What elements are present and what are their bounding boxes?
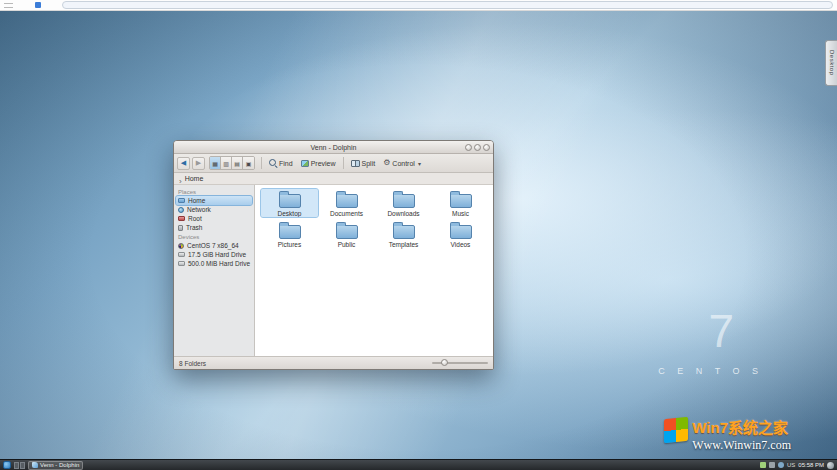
maximize-button[interactable] — [474, 144, 481, 151]
search-icon — [269, 159, 277, 167]
kickoff-launcher-button[interactable] — [3, 461, 11, 469]
clipboard-icon[interactable] — [769, 462, 775, 468]
sidebar-item-label: Trash — [186, 224, 202, 231]
toolbar-separator — [343, 157, 344, 169]
screen: Desktop 7 C E N T O S Venn - Dolphin — [0, 0, 837, 470]
breadcrumb: Home — [174, 173, 493, 185]
folder-name: Downloads — [387, 210, 419, 217]
forward-button[interactable] — [192, 157, 205, 170]
clock[interactable]: 05:58 PM — [798, 462, 824, 468]
places-header: Places — [178, 189, 252, 195]
sidebar-item-root[interactable]: Root — [176, 214, 252, 223]
toolbar-separator — [261, 157, 262, 169]
folder-name: Videos — [451, 241, 471, 248]
sidebar-item-hard-drive-1[interactable]: 17.5 GiB Hard Drive — [176, 250, 252, 259]
close-button[interactable] — [483, 144, 490, 151]
trash-icon — [178, 225, 183, 231]
centos-disc-icon — [178, 243, 184, 249]
network-icon[interactable] — [778, 462, 784, 468]
control-menu-button[interactable]: Control — [380, 156, 424, 170]
view-compact-button[interactable] — [221, 157, 232, 169]
back-button[interactable] — [177, 157, 190, 170]
folder-name: Documents — [330, 210, 363, 217]
task-button-dolphin[interactable]: Venn - Dolphin — [28, 461, 83, 470]
find-button[interactable]: Find — [266, 156, 296, 170]
folder-name: Music — [452, 210, 469, 217]
watermark-url: Www.Winwin7.com — [692, 438, 791, 452]
places-panel: Places Home Network Root — [174, 185, 255, 356]
taskbar: Venn - Dolphin US 05:58 PM — [0, 459, 837, 470]
statusbar: 8 Folders — [174, 356, 493, 369]
sidebar-item-trash[interactable]: Trash — [176, 223, 252, 232]
view-icons-button[interactable] — [210, 157, 221, 169]
device-notifier-icon[interactable] — [760, 462, 766, 468]
panel-cashew-icon[interactable] — [827, 462, 834, 469]
system-tray: US 05:58 PM — [760, 462, 834, 469]
folder-item-desktop[interactable]: Desktop — [261, 189, 318, 217]
hard-drive-icon — [178, 261, 185, 266]
watermark: Win7系统之家 Www.Winwin7.com — [664, 418, 791, 452]
desktop-tab[interactable]: Desktop — [825, 40, 837, 86]
wallpaper-numeral: 7 — [708, 304, 734, 358]
sidebar-item-network[interactable]: Network — [176, 205, 252, 214]
find-label: Find — [279, 160, 293, 167]
folder-name: Desktop — [278, 210, 302, 217]
view-details-button[interactable] — [232, 157, 243, 169]
address-input[interactable] — [62, 1, 833, 9]
window-controls — [465, 144, 493, 151]
folder-name: Public — [338, 241, 356, 248]
folder-icon — [393, 225, 415, 239]
devices-header: Devices — [178, 234, 252, 240]
zoom-slider[interactable] — [432, 358, 488, 368]
folder-icon — [393, 194, 415, 208]
folder-item-downloads[interactable]: Downloads — [375, 189, 432, 217]
sidebar-item-home[interactable]: Home — [176, 196, 252, 205]
split-label: Split — [362, 160, 376, 167]
sidebar-item-centos-volume[interactable]: CentOS 7 x86_64 — [176, 241, 252, 250]
folder-item-documents[interactable]: Documents — [318, 189, 375, 217]
task-label: Venn - Dolphin — [40, 462, 79, 468]
sidebar-item-label: Home — [188, 197, 205, 204]
sidebar-item-label: Root — [188, 215, 202, 222]
folder-view[interactable]: Desktop Documents Downloads Music — [255, 185, 493, 356]
desktop-pager[interactable] — [14, 462, 25, 469]
folder-grid: Desktop Documents Downloads Music — [261, 189, 493, 251]
breadcrumb-location[interactable]: Home — [185, 175, 204, 182]
split-button[interactable]: Split — [348, 156, 379, 170]
folder-icon — [336, 225, 358, 239]
folder-item-public[interactable]: Public — [318, 220, 375, 248]
control-label: Control — [392, 160, 415, 167]
preview-button[interactable]: Preview — [298, 156, 339, 170]
minimize-button[interactable] — [465, 144, 472, 151]
view-tree-button[interactable] — [243, 157, 254, 169]
window-title: Venn - Dolphin — [174, 144, 493, 151]
folder-icon — [450, 194, 472, 208]
network-icon — [178, 207, 184, 213]
sidebar-item-hard-drive-2[interactable]: 500.0 MiB Hard Drive — [176, 259, 252, 268]
toolbar: Find Preview Split Control — [174, 154, 493, 173]
folder-name: Templates — [389, 241, 419, 248]
desktop[interactable]: Desktop 7 C E N T O S Venn - Dolphin — [0, 11, 837, 459]
browser-topbar — [0, 0, 837, 11]
keyboard-layout-indicator[interactable]: US — [787, 462, 795, 468]
site-favicon-icon — [35, 2, 41, 8]
folder-item-music[interactable]: Music — [432, 189, 489, 217]
hard-drive-icon — [178, 252, 185, 257]
folder-item-templates[interactable]: Templates — [375, 220, 432, 248]
wallpaper-brand: C E N T O S — [658, 366, 763, 376]
dolphin-icon — [32, 462, 38, 468]
titlebar[interactable]: Venn - Dolphin — [174, 141, 493, 154]
home-icon — [178, 198, 185, 203]
split-icon — [351, 160, 360, 167]
folder-icon — [336, 194, 358, 208]
folder-item-pictures[interactable]: Pictures — [261, 220, 318, 248]
folder-name: Pictures — [278, 241, 301, 248]
windows-logo-icon — [664, 417, 688, 444]
gear-icon — [383, 159, 390, 167]
menu-icon[interactable] — [4, 3, 13, 8]
folder-icon — [279, 225, 301, 239]
folder-item-videos[interactable]: Videos — [432, 220, 489, 248]
zoom-slider-handle[interactable] — [441, 359, 448, 366]
root-folder-icon — [178, 216, 185, 221]
items-count: 8 Folders — [179, 360, 206, 367]
